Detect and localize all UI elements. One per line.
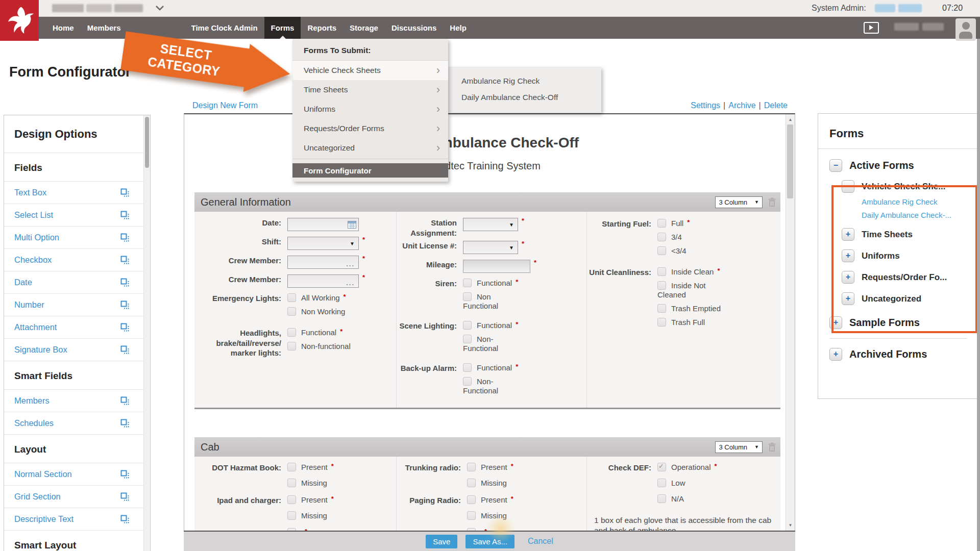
scrollbar-thumb[interactable] — [145, 117, 149, 168]
checkbox[interactable] — [467, 495, 476, 504]
checkbox-option[interactable]: Missing — [287, 511, 364, 520]
station-select[interactable]: ▼ — [463, 218, 518, 231]
checkbox-option[interactable]: Trash Full — [657, 318, 728, 327]
checkbox-option[interactable]: Inside Clean* — [657, 267, 728, 277]
checkbox-option[interactable]: Missing — [287, 479, 364, 488]
checkbox-option[interactable]: Inside Not Cleaned — [657, 281, 728, 299]
checkbox-option[interactable]: Non-Functional — [463, 335, 523, 353]
checkbox[interactable] — [463, 292, 472, 301]
checkbox[interactable] — [463, 363, 472, 372]
user-avatar[interactable] — [955, 18, 976, 41]
menu-item-uniforms[interactable]: Uniforms › — [292, 99, 448, 119]
checkbox-option[interactable]: Full* — [657, 219, 728, 228]
checkbox[interactable] — [287, 463, 296, 471]
sidebar-item-multi-option[interactable]: Multi Option — [4, 227, 150, 249]
checkbox[interactable] — [657, 267, 666, 276]
duplicate-icon[interactable] — [120, 188, 130, 197]
expand-icon[interactable]: + — [829, 316, 842, 329]
checkbox[interactable] — [657, 494, 666, 503]
checkbox-option[interactable]: Present* — [467, 463, 544, 472]
menu-item-form-configurator[interactable]: Form Configurator — [292, 163, 448, 178]
expand-icon[interactable]: + — [842, 292, 854, 305]
checkbox[interactable] — [657, 233, 666, 241]
duplicate-icon[interactable] — [120, 300, 130, 310]
archive-link[interactable]: Archive — [728, 101, 755, 110]
window-scrollbar[interactable] — [977, 39, 980, 551]
nav-discussions[interactable]: Discussions — [385, 16, 443, 39]
sidebar-scrollbar[interactable] — [143, 115, 150, 551]
tree-archived-forms[interactable]: + Archived Forms — [829, 348, 978, 361]
sidebar-item-normal-section[interactable]: Normal Section — [4, 463, 150, 486]
checkbox[interactable] — [657, 219, 666, 228]
sidebar-item-date[interactable]: Date — [4, 271, 150, 294]
checkbox-option[interactable]: Non Functional — [463, 292, 523, 311]
checkbox[interactable] — [657, 246, 666, 255]
collapse-icon[interactable]: − — [829, 159, 842, 172]
member-picker-icon[interactable]: ... — [346, 279, 355, 287]
checkbox[interactable] — [657, 479, 666, 487]
checkbox[interactable] — [287, 328, 296, 337]
nav-reports[interactable]: Reports — [301, 16, 343, 39]
crew-member-input[interactable]: ... — [287, 256, 359, 269]
nav-help[interactable]: Help — [443, 16, 473, 39]
checkbox-option[interactable]: Present* — [467, 495, 544, 505]
checkbox-option[interactable]: All Working* — [287, 293, 382, 303]
nav-forms[interactable]: Forms — [264, 16, 301, 39]
section-header[interactable]: General Information 3 Column ▼ — [194, 192, 780, 212]
checkbox-option[interactable]: N/A — [657, 494, 734, 504]
checkbox-option[interactable]: Present* — [287, 463, 364, 472]
menu-item-uncategorized[interactable]: Uncategorized › — [292, 138, 448, 158]
expand-icon[interactable]: + — [842, 249, 854, 262]
sidebar-item-grid-section[interactable]: Grid Section — [4, 486, 150, 508]
mileage-input[interactable] — [463, 260, 530, 273]
sidebar-item-signature-box[interactable]: Signature Box — [4, 339, 150, 361]
design-new-form-link[interactable]: Design New Form — [192, 101, 258, 110]
checkbox[interactable] — [467, 479, 476, 487]
checkbox-option[interactable]: Functional* — [463, 279, 523, 288]
sidebar-item-attachment[interactable]: Attachment — [4, 316, 150, 339]
chevron-down-icon[interactable] — [155, 5, 164, 11]
checkbox-option[interactable]: Low — [657, 479, 734, 488]
checkbox[interactable] — [463, 377, 472, 386]
save-as-button[interactable]: Save As... — [465, 535, 514, 548]
checkbox-option[interactable]: Trash Emptied — [657, 304, 728, 313]
settings-link[interactable]: Settings — [691, 101, 720, 110]
tree-time-sheets[interactable]: + Time Sheets — [842, 228, 978, 241]
checkbox-option[interactable]: Non Working — [287, 307, 382, 316]
checkbox[interactable] — [657, 281, 666, 290]
tree-link-daily-ambulance-check-off[interactable]: Daily Ambulance Check-... — [862, 211, 978, 219]
tree-requests-order-forms[interactable]: + Requests/Order Fo... — [842, 271, 978, 284]
duplicate-icon[interactable] — [120, 323, 130, 332]
scrollbar-thumb[interactable] — [787, 124, 793, 198]
calendar-icon[interactable] — [348, 220, 356, 229]
checkbox-option[interactable]: Non-Functional — [463, 377, 523, 395]
nav-home[interactable]: Home — [46, 16, 81, 39]
sidebar-item-number[interactable]: Number — [4, 294, 150, 316]
column-layout-select[interactable]: 3 Column ▼ — [715, 441, 763, 453]
sidebar-item-members[interactable]: Members — [4, 390, 150, 412]
checkbox[interactable] — [463, 321, 472, 330]
column-layout-select[interactable]: 3 Column ▼ — [715, 196, 763, 208]
submenu-item-ambulance-rig-check[interactable]: Ambulance Rig Check — [448, 73, 601, 89]
trash-icon[interactable] — [768, 197, 776, 207]
nav-time-clock-admin[interactable]: Time Clock Admin — [185, 16, 264, 39]
sidebar-item-select-list[interactable]: Select List — [4, 204, 150, 227]
checkbox[interactable] — [287, 307, 296, 316]
checkbox[interactable] — [287, 495, 296, 504]
checkbox-option[interactable]: <3/4 — [657, 246, 728, 256]
duplicate-icon[interactable] — [120, 515, 130, 524]
checkbox[interactable] — [287, 293, 296, 302]
sidebar-item-descriptive-text[interactable]: Descriptive Text — [4, 508, 150, 531]
menu-item-time-sheets[interactable]: Time Sheets › — [292, 80, 448, 99]
checkbox[interactable] — [287, 479, 296, 487]
delete-link[interactable]: Delete — [764, 101, 788, 110]
expand-icon[interactable]: + — [842, 228, 854, 241]
duplicate-icon[interactable] — [120, 396, 130, 406]
expand-icon[interactable]: + — [829, 348, 842, 361]
cancel-link[interactable]: Cancel — [528, 537, 553, 546]
checkbox[interactable] — [467, 463, 476, 471]
checkbox[interactable] — [657, 318, 666, 327]
duplicate-icon[interactable] — [120, 233, 130, 242]
collapse-icon[interactable]: − — [842, 180, 854, 193]
checkbox[interactable] — [287, 511, 296, 520]
